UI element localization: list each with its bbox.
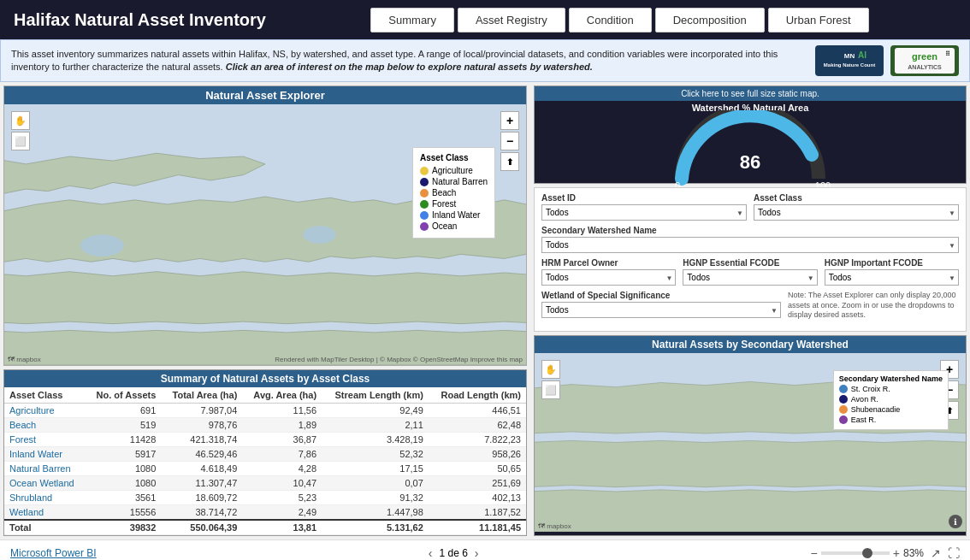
map-zoom-out[interactable]: − [500,132,519,150]
cell-road-km: 62,48 [429,418,526,433]
filter-wetland-label: Wetland of Special Significance [541,291,781,300]
cell-avg-area: 5,23 [242,491,322,505]
cell-total-count: 39832 [86,520,162,535]
legend-color-beach [420,189,429,197]
map-section: Natural Asset Explorer ✋ ⬜ [3,85,527,366]
bottom-legend-color-avon [839,395,848,404]
filter-asset-id-select[interactable]: Todos [541,204,747,221]
legend-color-inland-water [420,211,429,220]
filter-hgnp-important-select[interactable]: Todos [825,269,959,286]
bottom-legend: Secondary Watershed Name St. Croix R. Av… [833,370,949,430]
legend-item-forest: Forest [420,199,488,209]
bottom-map-body[interactable]: ✋ ⬜ + − ⬆ Secondary Watershed Name St. C… [535,353,966,532]
filter-hgnp-essential-select[interactable]: Todos [683,269,817,286]
bottom-map-title: Natural Assets by Secondary Watershed [535,336,966,353]
svg-text:86: 86 [740,151,760,173]
static-map-btn[interactable]: Click here to see full size static map. [535,86,966,101]
bottom-map-zoom-box[interactable]: ⬜ [541,380,560,399]
cell-total-area: 7.987,04 [161,404,242,418]
filter-asset-class-select[interactable]: Todos [754,204,959,221]
zoom-slider-track[interactable] [821,551,890,555]
share-btn[interactable]: ↗ [931,546,941,560]
fullscreen-btn[interactable]: ⛶ [948,546,960,560]
legend-label-inland-water: Inland Water [432,210,480,220]
cell-stream-km: 92,49 [322,404,429,418]
svg-text:MN: MN [844,52,855,60]
tab-urban-forest[interactable]: Urban Forest [768,8,869,32]
bottom-legend-avon: Avon R. [839,395,943,404]
info-bar-text: This asset inventory summarizes natural … [11,48,801,74]
map-hand-tool[interactable]: ✋ [11,111,30,130]
legend-label-ocean: Ocean [432,221,457,231]
logo-mnai: MN Making Nature Count AI [815,45,884,76]
zoom-slider-handle[interactable] [862,548,872,558]
bottom-legend-shubenacadie: Shubenacadie [839,405,943,414]
map-compass[interactable]: ⬆ [500,152,519,171]
map-zoom-box[interactable]: ⬜ [11,132,30,150]
page-next-btn[interactable]: › [475,546,479,560]
right-panel: Click here to see full size static map. … [530,82,970,539]
logo-green-analytics: green ANALYTICS ⠿ [890,45,959,76]
zoom-plus-icon[interactable]: + [893,546,900,560]
cell-stream-km: 0,07 [322,476,429,491]
filter-secondary-watershed-select[interactable]: Todos [541,237,959,253]
table-row: Ocean Wetland 1080 11.307,47 10,47 0,07 … [4,476,526,491]
cell-total-label: Total [4,520,86,535]
filter-row-1: Asset ID Todos Asset Class Todos [541,193,959,221]
mapbox-logo: 🗺 mapbox [8,356,41,363]
cell-total-area: 4.618,49 [161,462,242,476]
filter-hrm-parcel-select-wrapper: Todos [541,269,676,286]
tab-decomposition[interactable]: Decomposition [655,8,765,32]
legend-color-forest [420,200,429,209]
bottom-info-btn[interactable]: ℹ [949,515,962,528]
filter-hgnp-important: HGNP Important FCODE Todos [825,258,959,286]
svg-text:Making Nature Count: Making Nature Count [824,62,875,68]
bottom-map-controls: ✋ ⬜ [541,360,560,399]
tab-condition[interactable]: Condition [569,8,652,32]
cell-road-km: 50,65 [429,462,526,476]
cell-count: 5917 [86,447,162,462]
filter-hrm-parcel: HRM Parcel Owner Todos [541,258,676,286]
bottom-legend-label-avon: Avon R. [851,395,878,404]
col-stream-km: Stream Length (km) [322,387,429,404]
map-body[interactable]: ✋ ⬜ + − ⬆ Asset Class Agriculture [4,104,526,365]
tab-summary[interactable]: Summary [370,8,454,32]
footer: Microsoft Power BI ‹ 1 de 6 › − + 83% ↗ … [0,539,970,560]
footer-right: − + 83% ↗ ⛶ [811,546,960,560]
cell-count: 15556 [86,505,162,521]
filter-hgnp-essential-select-wrapper: Todos [683,269,817,286]
filter-wetland-select[interactable]: Todos [541,302,781,318]
map-zoom-in[interactable]: + [500,111,519,130]
filter-hgnp-important-label: HGNP Important FCODE [825,258,959,268]
table-row: Shrubland 3561 18.609,72 5,23 91,32 402,… [4,491,526,505]
cell-class: Forest [4,433,86,447]
tab-asset-registry[interactable]: Asset Registry [458,8,565,32]
svg-point-9 [80,235,124,256]
zoom-minus-icon[interactable]: − [811,546,818,560]
cell-count: 1080 [86,476,162,491]
filter-hrm-parcel-select[interactable]: Todos [541,269,676,286]
bottom-legend-east-r: East R. [839,416,943,424]
page-prev-btn[interactable]: ‹ [429,546,433,560]
gauge-body: 0 86 100 [535,115,966,183]
info-text-cta: Click an area of interest on the map bel… [226,62,593,72]
filter-asset-class: Asset Class Todos [754,193,959,221]
powerbi-link[interactable]: Microsoft Power BI [10,547,97,559]
col-asset-class: Asset Class [4,387,86,404]
legend-color-agriculture [420,167,429,175]
filter-asset-id: Asset ID Todos [541,193,747,221]
filter-secondary-watershed: Secondary Watershed Name Todos [541,226,959,253]
legend-color-ocean [420,222,429,231]
map-legend: Asset Class Agriculture Natural Barren B… [412,147,495,239]
cell-class: Ocean Wetland [4,476,86,491]
table-row: Inland Water 5917 46.529,46 7,86 52,32 9… [4,447,526,462]
bottom-map-hand-tool[interactable]: ✋ [541,360,560,379]
cell-stream-km: 2,11 [322,418,429,433]
gauge-section: Click here to see full size static map. … [534,85,967,184]
cell-avg-area: 4,28 [242,462,322,476]
legend-item-beach: Beach [420,188,488,197]
filter-hgnp-essential: HGNP Essential FCODE Todos [683,258,817,286]
svg-text:AI: AI [858,50,866,60]
bottom-legend-label-st-croix: St. Croix R. [851,385,890,393]
cell-count: 691 [86,404,162,418]
